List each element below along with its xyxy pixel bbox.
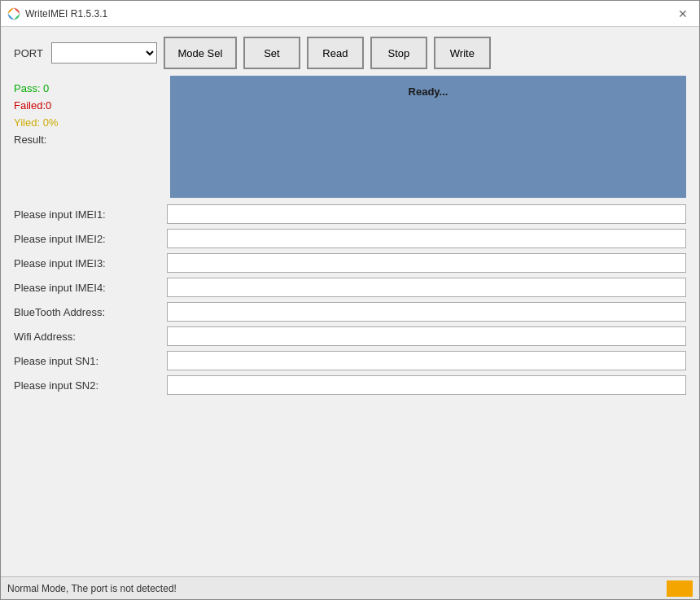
close-button[interactable]: ✕ [673, 4, 693, 24]
field-label-7: Please input SN2: [14, 379, 160, 392]
toolbar: PORT Mode Sel Set Read Stop Write [14, 37, 686, 69]
field-row: Please input IMEI4: [14, 278, 686, 297]
field-label-0: Please input IMEI1: [14, 208, 160, 221]
pass-stat: Pass: 0 [14, 82, 160, 94]
window-title: WriteIMEI R1.5.3.1 [25, 8, 107, 20]
status-text: Normal Mode, The port is not detected! [7, 583, 177, 594]
display-area: Ready... [170, 76, 686, 198]
stop-button[interactable]: Stop [370, 37, 427, 69]
stats-panel: Pass: 0 Failed:0 Yiled: 0% Result: [14, 76, 160, 198]
field-row: Wifi Address: [14, 326, 686, 346]
field-label-1: Please input IMEI2: [14, 233, 160, 245]
field-label-3: Please input IMEI4: [14, 282, 160, 294]
middle-section: Pass: 0 Failed:0 Yiled: 0% Result: Ready… [14, 76, 686, 198]
field-row: Please input SN2: [14, 375, 686, 395]
write-button[interactable]: Write [434, 37, 491, 69]
field-label-6: Please input SN1: [14, 355, 160, 367]
field-input-4[interactable] [167, 302, 686, 322]
field-input-6[interactable] [167, 351, 686, 370]
set-button[interactable]: Set [243, 37, 300, 69]
yield-stat: Yiled: 0% [14, 116, 160, 129]
field-row: Please input SN1: [14, 351, 686, 370]
app-icon [7, 7, 20, 20]
result-stat: Result: [14, 134, 160, 146]
title-bar-left: WriteIMEI R1.5.3.1 [7, 7, 107, 20]
status-bar: Normal Mode, The port is not detected! [1, 576, 699, 599]
field-input-3[interactable] [167, 278, 686, 297]
field-input-0[interactable] [167, 204, 686, 224]
field-label-4: BlueTooth Address: [14, 306, 160, 318]
main-content: PORT Mode Sel Set Read Stop Write Pass: … [1, 27, 699, 576]
main-window: WriteIMEI R1.5.3.1 ✕ PORT Mode Sel Set R… [0, 0, 700, 600]
title-bar: WriteIMEI R1.5.3.1 ✕ [1, 1, 699, 27]
port-label: PORT [14, 47, 43, 59]
field-row: Please input IMEI1: [14, 204, 686, 224]
mode-sel-button[interactable]: Mode Sel [164, 37, 237, 69]
port-select[interactable] [51, 42, 157, 64]
field-row: Please input IMEI3: [14, 253, 686, 273]
field-input-2[interactable] [167, 253, 686, 273]
field-input-5[interactable] [167, 326, 686, 346]
field-label-2: Please input IMEI3: [14, 257, 160, 269]
field-row: Please input IMEI2: [14, 229, 686, 248]
display-text: Ready... [409, 82, 448, 98]
status-indicator [667, 580, 693, 597]
field-label-5: Wifi Address: [14, 331, 160, 343]
field-input-7[interactable] [167, 375, 686, 395]
failed-stat: Failed:0 [14, 99, 160, 112]
field-row: BlueTooth Address: [14, 302, 686, 322]
read-button[interactable]: Read [307, 37, 364, 69]
fields-section: Please input IMEI1:Please input IMEI2:Pl… [14, 204, 686, 567]
field-input-1[interactable] [167, 229, 686, 248]
